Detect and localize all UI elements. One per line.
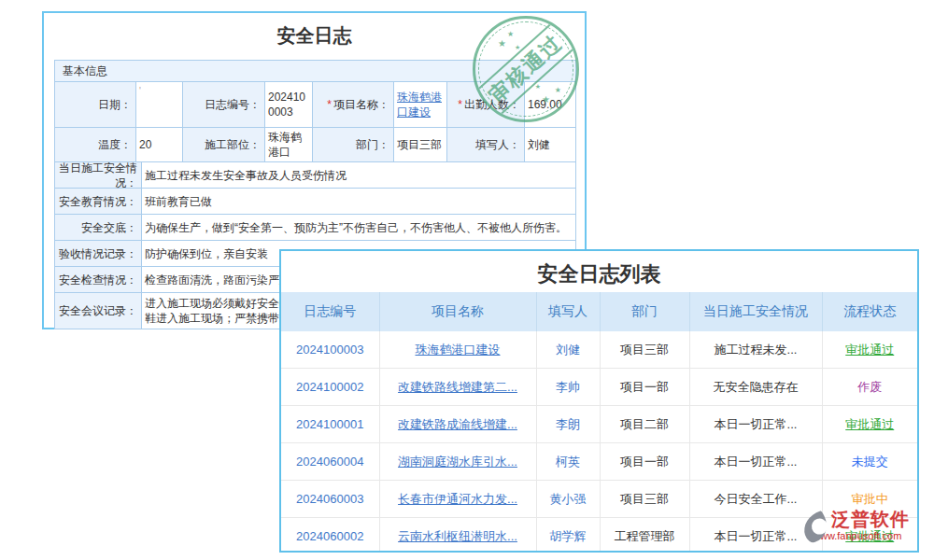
writer-link[interactable]: 刘健: [556, 343, 580, 357]
required-asterisk: *: [458, 97, 462, 112]
col-header-writer[interactable]: 填写人: [536, 292, 600, 331]
daily-safety-value: 施工过程未发生安全事故及人员受伤情况: [142, 162, 575, 189]
form-row-daily-safety: 当日施工安全情况： 施工过程未发生安全事故及人员受伤情况: [55, 162, 575, 189]
writer-link[interactable]: 胡学辉: [550, 529, 587, 543]
log-no-link[interactable]: 2024100003: [296, 343, 363, 357]
safety-briefing-label: 安全交底：: [55, 215, 142, 241]
project-link[interactable]: 改建铁路线增建第二...: [398, 380, 517, 394]
department-cell: 项目二部: [600, 406, 689, 443]
log-no-label: 日志编号：: [183, 82, 265, 128]
log-no-link[interactable]: 2024060004: [296, 455, 363, 469]
temperature-label: 温度：: [55, 128, 136, 162]
daily-safety-cell: 本日一切正常...: [689, 406, 822, 443]
log-no-value: 2024100003: [265, 82, 313, 128]
work-site-value: 珠海鹤港口: [265, 128, 313, 162]
status-badge: 审批中: [852, 492, 888, 506]
department-cell: 项目三部: [600, 331, 689, 369]
status-badge: 未提交: [852, 455, 888, 469]
department-cell: 工程管理部: [600, 518, 689, 553]
safety-briefing-value: 为确保生产，做到“安全第一、预防为主”不伤害自己，不伤害他人、不被他人所伤害。: [142, 215, 575, 241]
list-title: 安全日志列表: [281, 251, 917, 292]
status-badge: 作废: [857, 380, 882, 394]
daily-safety-cell: 本日一切正常...: [689, 443, 822, 481]
stamp-star-icon: ★: [542, 95, 550, 105]
department-label: 部门：: [313, 128, 394, 162]
department-cell: 项目三部: [600, 481, 689, 518]
date-field[interactable]: ': [136, 82, 183, 128]
project-link[interactable]: 珠海鹤港口建设: [416, 343, 501, 357]
department-value: 项目三部: [394, 128, 447, 162]
department-cell: 项目一部: [600, 369, 689, 406]
log-no-link[interactable]: 2024060002: [296, 529, 363, 543]
project-name-link[interactable]: 珠海鹤港口建设: [397, 90, 444, 119]
writer-link[interactable]: 李帅: [556, 380, 580, 394]
table-row: 2024060004 湖南洞庭湖水库引水... 柯英 项目一部 本日一切正常..…: [281, 443, 917, 481]
acceptance-record-label: 验收情况记录：: [55, 241, 142, 267]
table-row: 2024100002 改建铁路线增建第二... 李帅 项目一部 无安全隐患存在 …: [281, 369, 917, 406]
log-no-link[interactable]: 2024100001: [296, 417, 363, 431]
stamp-star-icon: ★: [507, 30, 514, 39]
project-name-cell: 珠海鹤港口建设: [394, 82, 447, 128]
fanpu-watermark: 泛普软件 www.fanpusoft.com: [801, 508, 934, 542]
project-name-label: *项目名称：: [313, 82, 394, 128]
watermark-url: www.fanpusoft.com: [813, 530, 934, 542]
stamp-star-icon: ★: [535, 82, 541, 91]
writer-label: 填写人：: [447, 128, 525, 162]
project-link[interactable]: 湖南洞庭湖水库引水...: [398, 455, 517, 469]
stamp-star-icon: ★: [555, 86, 561, 95]
work-site-label: 施工部位：: [183, 128, 265, 162]
date-label: 日期：: [55, 82, 136, 128]
department-cell: 项目一部: [600, 443, 689, 481]
col-header-status[interactable]: 流程状态: [822, 292, 917, 331]
required-asterisk: *: [327, 97, 332, 112]
col-header-log-no[interactable]: 日志编号: [281, 292, 379, 331]
col-header-daily-safety[interactable]: 当日施工安全情况: [689, 292, 822, 331]
stamp-star-icon: ★: [515, 43, 520, 52]
stamp-star-icon: ★: [498, 39, 506, 49]
audit-approved-stamp: 审核通过 ★ ★ ★ ★ ★ ★: [473, 16, 579, 122]
form-row-2: 温度： 20 施工部位： 珠海鹤港口 部门： 项目三部 填写人： 刘健: [55, 128, 575, 162]
safety-education-label: 安全教育情况：: [55, 189, 142, 215]
status-badge[interactable]: 审批通过: [845, 417, 894, 431]
col-header-project[interactable]: 项目名称: [379, 292, 536, 331]
col-header-department[interactable]: 部门: [600, 292, 689, 331]
temperature-value: 20: [136, 128, 183, 162]
watermark-name: 泛普软件: [831, 508, 934, 530]
safety-education-value: 班前教育已做: [142, 189, 575, 215]
log-no-link[interactable]: 2024100002: [296, 380, 363, 394]
writer-value: 刘健: [525, 128, 575, 162]
project-link[interactable]: 云南水利枢纽潜明水...: [398, 529, 517, 543]
writer-link[interactable]: 黄小强: [550, 492, 587, 506]
project-link[interactable]: 改建铁路成渝线增建...: [398, 417, 517, 431]
date-value: ': [139, 84, 141, 99]
table-header-row: 日志编号 项目名称 填写人 部门 当日施工安全情况 流程状态: [281, 292, 917, 331]
project-link[interactable]: 长春市伊通河水力发...: [398, 492, 517, 506]
daily-safety-cell: 施工过程未发...: [689, 331, 822, 369]
writer-link[interactable]: 柯英: [556, 455, 580, 469]
table-row: 2024100003 珠海鹤港口建设 刘健 项目三部 施工过程未发... 审批通…: [281, 331, 917, 369]
safety-meeting-label: 安全会议记录：: [55, 293, 142, 329]
daily-safety-cell: 无安全隐患存在: [689, 369, 822, 406]
status-badge[interactable]: 审批通过: [845, 343, 894, 357]
table-row: 2024100001 改建铁路成渝线增建... 李朗 项目二部 本日一切正常..…: [281, 406, 917, 443]
daily-safety-label: 当日施工安全情况：: [55, 162, 142, 189]
log-no-link[interactable]: 2024060003: [296, 492, 363, 506]
form-row-safety-briefing: 安全交底： 为确保生产，做到“安全第一、预防为主”不伤害自己，不伤害他人、不被他…: [55, 215, 575, 241]
form-row-safety-education: 安全教育情况： 班前教育已做: [55, 189, 575, 215]
safety-inspection-label: 安全检查情况：: [55, 267, 142, 293]
writer-link[interactable]: 李朗: [556, 417, 580, 431]
